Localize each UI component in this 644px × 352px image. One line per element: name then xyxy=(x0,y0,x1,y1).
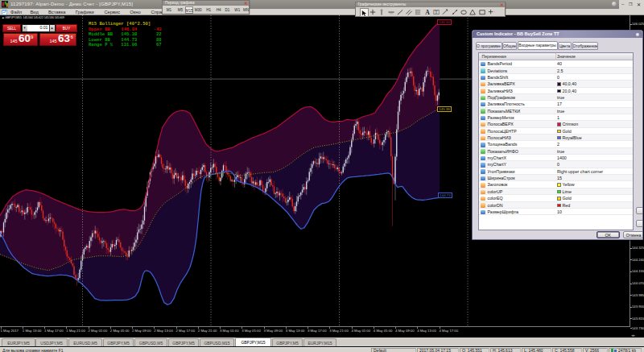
svg-text:A: A xyxy=(425,9,430,16)
svg-text:T: T xyxy=(435,10,438,14)
